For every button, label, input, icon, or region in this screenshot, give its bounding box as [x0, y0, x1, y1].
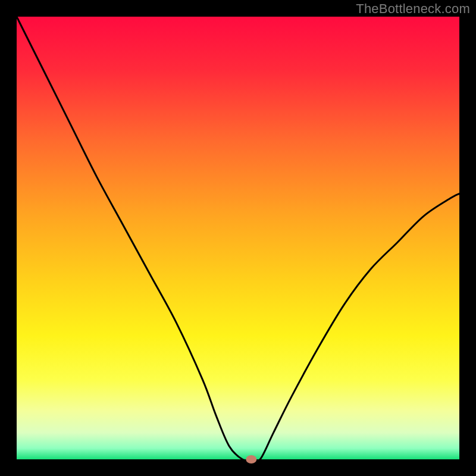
plot-background — [17, 17, 459, 459]
watermark-text: TheBottleneck.com — [356, 1, 470, 17]
chart-container: TheBottleneck.com — [0, 0, 476, 476]
bottleneck-chart — [0, 0, 476, 476]
optimum-marker — [246, 455, 256, 464]
